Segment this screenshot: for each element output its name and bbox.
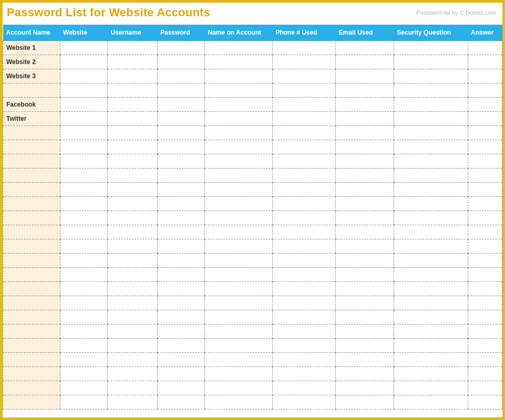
- cell-name-on-account: [204, 254, 272, 268]
- cell-website: [60, 169, 107, 183]
- cell-name-on-account: [204, 183, 272, 197]
- cell-phone-used: [272, 324, 336, 339]
- cell-username: [108, 268, 157, 282]
- header-bar: Password List for Website Accounts Passw…: [3, 3, 502, 25]
- table-row: [3, 268, 502, 282]
- cell-security-question: [394, 239, 468, 254]
- cell-account-name: [3, 169, 60, 183]
- cell-username: [108, 41, 157, 55]
- table-header-row: Account Name Website Username Password N…: [3, 25, 502, 41]
- cell-password: [157, 254, 204, 268]
- cell-website: [60, 239, 107, 254]
- cell-answer: [468, 112, 502, 126]
- cell-account-name: Facebook: [3, 98, 60, 112]
- col-header-phone-used: Phone # Used: [272, 25, 336, 41]
- table-row: [3, 282, 502, 296]
- cell-email-used: [336, 126, 394, 140]
- cell-name-on-account: [204, 367, 272, 381]
- cell-website: [60, 183, 107, 197]
- cell-website: [60, 140, 107, 154]
- cell-answer: [468, 296, 502, 310]
- cell-answer: [468, 169, 502, 183]
- cell-answer: [468, 310, 502, 324]
- cell-answer: [468, 225, 502, 239]
- cell-security-question: [394, 69, 468, 83]
- cell-answer: [468, 154, 502, 169]
- cell-username: [108, 225, 157, 239]
- cell-username: [108, 395, 157, 410]
- cell-email-used: [336, 83, 394, 98]
- cell-account-name: [3, 126, 60, 140]
- password-table: Account Name Website Username Password N…: [3, 25, 502, 410]
- table-row: Website 2: [3, 55, 502, 69]
- cell-security-question: [394, 112, 468, 126]
- table-row: [3, 225, 502, 239]
- cell-website: [60, 395, 107, 410]
- cell-username: [108, 83, 157, 98]
- cell-website: [60, 55, 107, 69]
- cell-name-on-account: [204, 41, 272, 55]
- cell-password: [157, 98, 204, 112]
- table-row: Website 3: [3, 69, 502, 83]
- cell-phone-used: [272, 296, 336, 310]
- cell-security-question: [394, 55, 468, 69]
- table-row: [3, 183, 502, 197]
- cell-username: [108, 339, 157, 353]
- cell-password: [157, 112, 204, 126]
- table-body: Website 1Website 2Website 3FacebookTwitt…: [3, 41, 502, 410]
- cell-account-name: [3, 310, 60, 324]
- cell-security-question: [394, 41, 468, 55]
- cell-username: [108, 211, 157, 225]
- cell-phone-used: [272, 211, 336, 225]
- cell-name-on-account: [204, 69, 272, 83]
- cell-phone-used: [272, 310, 336, 324]
- cell-phone-used: [272, 197, 336, 211]
- cell-account-name: [3, 254, 60, 268]
- cell-name-on-account: [204, 55, 272, 69]
- cell-phone-used: [272, 126, 336, 140]
- cell-password: [157, 169, 204, 183]
- cell-answer: [468, 367, 502, 381]
- cell-website: [60, 83, 107, 98]
- cell-name-on-account: [204, 225, 272, 239]
- cell-password: [157, 339, 204, 353]
- cell-phone-used: [272, 268, 336, 282]
- cell-password: [157, 395, 204, 410]
- cell-name-on-account: [204, 211, 272, 225]
- cell-phone-used: [272, 353, 336, 367]
- cell-security-question: [394, 225, 468, 239]
- cell-phone-used: [272, 282, 336, 296]
- cell-answer: [468, 83, 502, 98]
- cell-security-question: [394, 126, 468, 140]
- cell-password: [157, 83, 204, 98]
- cell-email-used: [336, 296, 394, 310]
- cell-account-name: [3, 395, 60, 410]
- cell-email-used: [336, 140, 394, 154]
- cell-account-name: [3, 268, 60, 282]
- cell-answer: [468, 197, 502, 211]
- cell-website: [60, 41, 107, 55]
- cell-email-used: [336, 112, 394, 126]
- cell-security-question: [394, 83, 468, 98]
- cell-security-question: [394, 395, 468, 410]
- cell-username: [108, 254, 157, 268]
- table-row: [3, 367, 502, 381]
- cell-website: [60, 324, 107, 339]
- cell-email-used: [336, 154, 394, 169]
- cell-password: [157, 310, 204, 324]
- cell-answer: [468, 69, 502, 83]
- cell-username: [108, 140, 157, 154]
- col-header-answer: Answer: [468, 25, 502, 41]
- cell-phone-used: [272, 225, 336, 239]
- cell-security-question: [394, 197, 468, 211]
- cell-password: [157, 324, 204, 339]
- cell-security-question: [394, 183, 468, 197]
- cell-username: [108, 69, 157, 83]
- cell-website: [60, 282, 107, 296]
- cell-password: [157, 353, 204, 367]
- cell-website: [60, 154, 107, 169]
- cell-phone-used: [272, 254, 336, 268]
- table-row: [3, 296, 502, 310]
- table-row: [3, 395, 502, 410]
- cell-website: [60, 197, 107, 211]
